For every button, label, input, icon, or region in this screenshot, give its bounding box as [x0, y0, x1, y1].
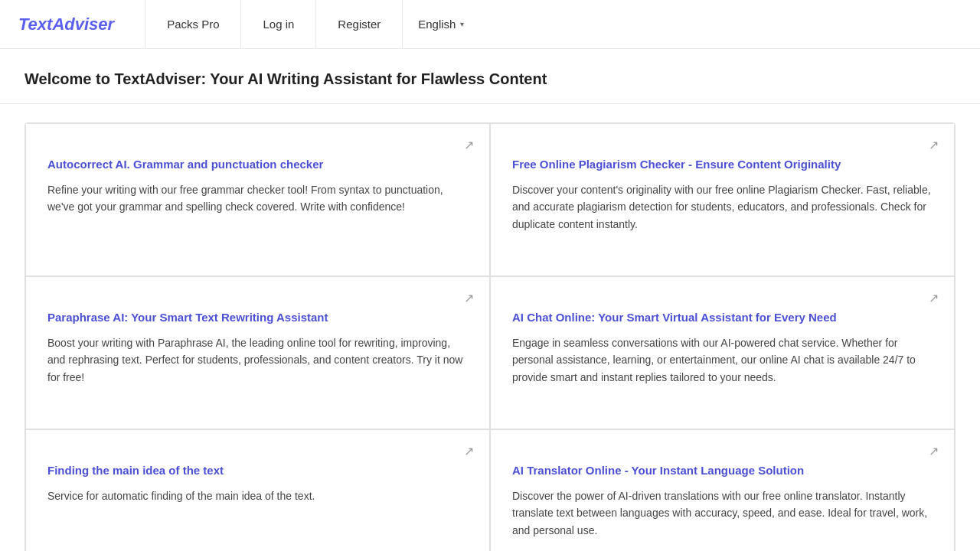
card-ai-chat: ↗ AI Chat Online: Your Smart Virtual Ass…: [490, 276, 955, 429]
card-title-paraphrase[interactable]: Paraphrase AI: Your Smart Text Rewriting…: [47, 311, 328, 324]
card-title-autocorrect[interactable]: Autocorrect AI. Grammar and punctuation …: [47, 158, 323, 171]
card-desc-ai-chat: Engage in seamless conversations with ou…: [512, 334, 933, 386]
card-plagiarism: ↗ Free Online Plagiarism Checker - Ensur…: [490, 123, 955, 276]
nav-language-selector[interactable]: English ▾: [403, 0, 479, 49]
card-desc-translator: Discover the power of AI-driven translat…: [512, 487, 933, 539]
card-main-idea: ↗ Finding the main idea of the text Serv…: [25, 429, 490, 551]
nav-register[interactable]: Register: [316, 0, 403, 49]
page-title: Welcome to TextAdviser: Your AI Writing …: [24, 70, 956, 88]
card-title-main-idea[interactable]: Finding the main idea of the text: [47, 464, 224, 477]
logo[interactable]: TextAdviser: [18, 15, 114, 34]
card-paraphrase: ↗ Paraphrase AI: Your Smart Text Rewriti…: [25, 276, 490, 429]
card-autocorrect: ↗ Autocorrect AI. Grammar and punctuatio…: [25, 123, 490, 276]
card-desc-main-idea: Service for automatic finding of the mai…: [47, 487, 468, 504]
page-title-section: Welcome to TextAdviser: Your AI Writing …: [0, 49, 980, 104]
cards-container: ↗ Autocorrect AI. Grammar and punctuatio…: [0, 104, 980, 551]
external-link-icon[interactable]: ↗: [929, 138, 939, 152]
chevron-down-icon: ▾: [460, 20, 464, 28]
nav-packs-pro[interactable]: Packs Pro: [145, 0, 241, 49]
cards-grid: ↗ Autocorrect AI. Grammar and punctuatio…: [24, 122, 956, 551]
card-desc-autocorrect: Refine your writing with our free gramma…: [47, 181, 468, 216]
card-title-ai-chat[interactable]: AI Chat Online: Your Smart Virtual Assis…: [512, 311, 837, 324]
card-translator: ↗ AI Translator Online - Your Instant La…: [490, 429, 955, 551]
card-title-plagiarism[interactable]: Free Online Plagiarism Checker - Ensure …: [512, 158, 841, 171]
external-link-icon[interactable]: ↗: [464, 138, 474, 152]
external-link-icon[interactable]: ↗: [464, 291, 474, 305]
nav-log-in[interactable]: Log in: [241, 0, 316, 49]
external-link-icon[interactable]: ↗: [464, 444, 474, 458]
external-link-icon[interactable]: ↗: [929, 444, 939, 458]
nav-links: Packs Pro Log in Register English ▾: [145, 0, 962, 49]
card-desc-plagiarism: Discover your content's originality with…: [512, 181, 933, 233]
card-desc-paraphrase: Boost your writing with Paraphrase AI, t…: [47, 334, 468, 386]
navbar: TextAdviser Packs Pro Log in Register En…: [0, 0, 980, 49]
card-title-translator[interactable]: AI Translator Online - Your Instant Lang…: [512, 464, 804, 477]
external-link-icon[interactable]: ↗: [929, 291, 939, 305]
